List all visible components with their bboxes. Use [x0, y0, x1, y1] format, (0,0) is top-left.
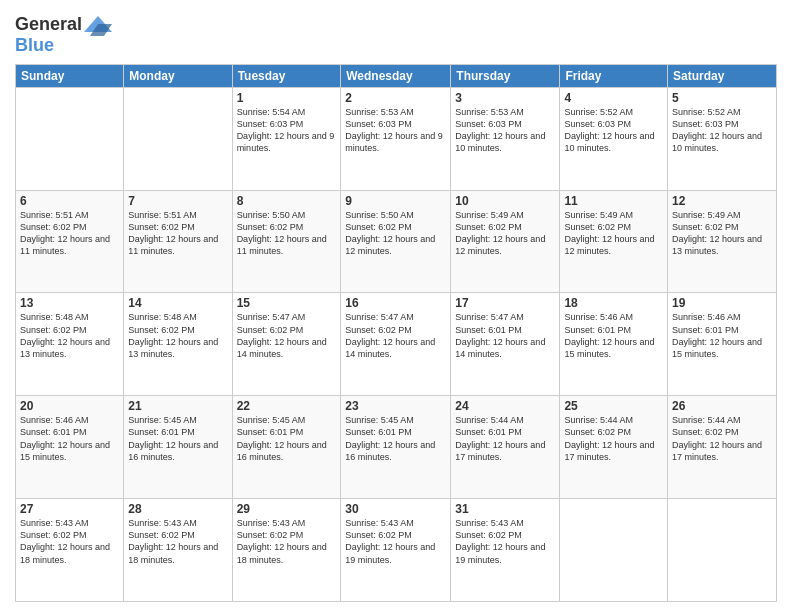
week-row-2: 6Sunrise: 5:51 AM Sunset: 6:02 PM Daylig… [16, 190, 777, 293]
calendar-cell: 15Sunrise: 5:47 AM Sunset: 6:02 PM Dayli… [232, 293, 341, 396]
calendar-cell: 1Sunrise: 5:54 AM Sunset: 6:03 PM Daylig… [232, 87, 341, 190]
day-info: Sunrise: 5:43 AM Sunset: 6:02 PM Dayligh… [455, 517, 555, 566]
day-number: 23 [345, 399, 446, 413]
calendar-cell: 22Sunrise: 5:45 AM Sunset: 6:01 PM Dayli… [232, 396, 341, 499]
day-info: Sunrise: 5:45 AM Sunset: 6:01 PM Dayligh… [345, 414, 446, 463]
day-info: Sunrise: 5:49 AM Sunset: 6:02 PM Dayligh… [455, 209, 555, 258]
calendar-cell: 10Sunrise: 5:49 AM Sunset: 6:02 PM Dayli… [451, 190, 560, 293]
day-info: Sunrise: 5:43 AM Sunset: 6:02 PM Dayligh… [20, 517, 119, 566]
day-info: Sunrise: 5:53 AM Sunset: 6:03 PM Dayligh… [455, 106, 555, 155]
day-info: Sunrise: 5:54 AM Sunset: 6:03 PM Dayligh… [237, 106, 337, 155]
day-info: Sunrise: 5:52 AM Sunset: 6:03 PM Dayligh… [672, 106, 772, 155]
calendar-cell: 12Sunrise: 5:49 AM Sunset: 6:02 PM Dayli… [668, 190, 777, 293]
day-info: Sunrise: 5:43 AM Sunset: 6:02 PM Dayligh… [128, 517, 227, 566]
day-info: Sunrise: 5:46 AM Sunset: 6:01 PM Dayligh… [672, 311, 772, 360]
calendar-cell: 31Sunrise: 5:43 AM Sunset: 6:02 PM Dayli… [451, 499, 560, 602]
day-number: 15 [237, 296, 337, 310]
calendar-cell: 13Sunrise: 5:48 AM Sunset: 6:02 PM Dayli… [16, 293, 124, 396]
calendar-cell: 19Sunrise: 5:46 AM Sunset: 6:01 PM Dayli… [668, 293, 777, 396]
calendar-cell [560, 499, 668, 602]
logo-text-blue: Blue [15, 36, 112, 56]
calendar-cell: 21Sunrise: 5:45 AM Sunset: 6:01 PM Dayli… [124, 396, 232, 499]
logo-icon [84, 14, 112, 36]
calendar-cell: 7Sunrise: 5:51 AM Sunset: 6:02 PM Daylig… [124, 190, 232, 293]
calendar-cell: 29Sunrise: 5:43 AM Sunset: 6:02 PM Dayli… [232, 499, 341, 602]
day-number: 7 [128, 194, 227, 208]
day-number: 6 [20, 194, 119, 208]
day-number: 9 [345, 194, 446, 208]
day-number: 30 [345, 502, 446, 516]
weekday-header-thursday: Thursday [451, 64, 560, 87]
calendar-cell: 23Sunrise: 5:45 AM Sunset: 6:01 PM Dayli… [341, 396, 451, 499]
day-info: Sunrise: 5:46 AM Sunset: 6:01 PM Dayligh… [20, 414, 119, 463]
calendar-cell: 11Sunrise: 5:49 AM Sunset: 6:02 PM Dayli… [560, 190, 668, 293]
day-number: 2 [345, 91, 446, 105]
day-number: 17 [455, 296, 555, 310]
day-number: 1 [237, 91, 337, 105]
calendar-table: SundayMondayTuesdayWednesdayThursdayFrid… [15, 64, 777, 602]
day-number: 13 [20, 296, 119, 310]
day-info: Sunrise: 5:44 AM Sunset: 6:02 PM Dayligh… [564, 414, 663, 463]
day-number: 14 [128, 296, 227, 310]
day-info: Sunrise: 5:49 AM Sunset: 6:02 PM Dayligh… [672, 209, 772, 258]
calendar-cell: 8Sunrise: 5:50 AM Sunset: 6:02 PM Daylig… [232, 190, 341, 293]
day-number: 24 [455, 399, 555, 413]
day-number: 12 [672, 194, 772, 208]
day-number: 19 [672, 296, 772, 310]
day-info: Sunrise: 5:48 AM Sunset: 6:02 PM Dayligh… [20, 311, 119, 360]
day-number: 29 [237, 502, 337, 516]
day-number: 16 [345, 296, 446, 310]
calendar-cell: 28Sunrise: 5:43 AM Sunset: 6:02 PM Dayli… [124, 499, 232, 602]
calendar-cell: 26Sunrise: 5:44 AM Sunset: 6:02 PM Dayli… [668, 396, 777, 499]
day-info: Sunrise: 5:50 AM Sunset: 6:02 PM Dayligh… [345, 209, 446, 258]
day-info: Sunrise: 5:47 AM Sunset: 6:02 PM Dayligh… [345, 311, 446, 360]
calendar-cell: 5Sunrise: 5:52 AM Sunset: 6:03 PM Daylig… [668, 87, 777, 190]
logo-text-general: General [15, 15, 82, 35]
day-info: Sunrise: 5:48 AM Sunset: 6:02 PM Dayligh… [128, 311, 227, 360]
day-info: Sunrise: 5:46 AM Sunset: 6:01 PM Dayligh… [564, 311, 663, 360]
calendar-cell: 16Sunrise: 5:47 AM Sunset: 6:02 PM Dayli… [341, 293, 451, 396]
week-row-5: 27Sunrise: 5:43 AM Sunset: 6:02 PM Dayli… [16, 499, 777, 602]
weekday-header-friday: Friday [560, 64, 668, 87]
weekday-header-tuesday: Tuesday [232, 64, 341, 87]
day-number: 20 [20, 399, 119, 413]
weekday-header-wednesday: Wednesday [341, 64, 451, 87]
calendar-cell: 6Sunrise: 5:51 AM Sunset: 6:02 PM Daylig… [16, 190, 124, 293]
day-info: Sunrise: 5:47 AM Sunset: 6:01 PM Dayligh… [455, 311, 555, 360]
day-info: Sunrise: 5:45 AM Sunset: 6:01 PM Dayligh… [128, 414, 227, 463]
day-number: 25 [564, 399, 663, 413]
day-info: Sunrise: 5:52 AM Sunset: 6:03 PM Dayligh… [564, 106, 663, 155]
calendar-cell: 9Sunrise: 5:50 AM Sunset: 6:02 PM Daylig… [341, 190, 451, 293]
weekday-header-sunday: Sunday [16, 64, 124, 87]
header: General Blue [15, 10, 777, 56]
logo: General Blue [15, 14, 112, 56]
day-number: 18 [564, 296, 663, 310]
day-number: 27 [20, 502, 119, 516]
day-number: 3 [455, 91, 555, 105]
day-number: 11 [564, 194, 663, 208]
weekday-header-row: SundayMondayTuesdayWednesdayThursdayFrid… [16, 64, 777, 87]
day-info: Sunrise: 5:51 AM Sunset: 6:02 PM Dayligh… [128, 209, 227, 258]
week-row-4: 20Sunrise: 5:46 AM Sunset: 6:01 PM Dayli… [16, 396, 777, 499]
day-number: 8 [237, 194, 337, 208]
calendar-cell: 17Sunrise: 5:47 AM Sunset: 6:01 PM Dayli… [451, 293, 560, 396]
day-number: 26 [672, 399, 772, 413]
calendar-cell: 14Sunrise: 5:48 AM Sunset: 6:02 PM Dayli… [124, 293, 232, 396]
day-number: 22 [237, 399, 337, 413]
weekday-header-saturday: Saturday [668, 64, 777, 87]
calendar-cell: 27Sunrise: 5:43 AM Sunset: 6:02 PM Dayli… [16, 499, 124, 602]
calendar-cell: 25Sunrise: 5:44 AM Sunset: 6:02 PM Dayli… [560, 396, 668, 499]
calendar-cell [16, 87, 124, 190]
day-info: Sunrise: 5:49 AM Sunset: 6:02 PM Dayligh… [564, 209, 663, 258]
calendar-cell: 3Sunrise: 5:53 AM Sunset: 6:03 PM Daylig… [451, 87, 560, 190]
day-info: Sunrise: 5:50 AM Sunset: 6:02 PM Dayligh… [237, 209, 337, 258]
day-info: Sunrise: 5:47 AM Sunset: 6:02 PM Dayligh… [237, 311, 337, 360]
calendar-cell: 18Sunrise: 5:46 AM Sunset: 6:01 PM Dayli… [560, 293, 668, 396]
calendar-cell: 4Sunrise: 5:52 AM Sunset: 6:03 PM Daylig… [560, 87, 668, 190]
calendar-cell: 2Sunrise: 5:53 AM Sunset: 6:03 PM Daylig… [341, 87, 451, 190]
day-info: Sunrise: 5:44 AM Sunset: 6:01 PM Dayligh… [455, 414, 555, 463]
day-info: Sunrise: 5:45 AM Sunset: 6:01 PM Dayligh… [237, 414, 337, 463]
day-number: 5 [672, 91, 772, 105]
day-number: 4 [564, 91, 663, 105]
day-number: 10 [455, 194, 555, 208]
